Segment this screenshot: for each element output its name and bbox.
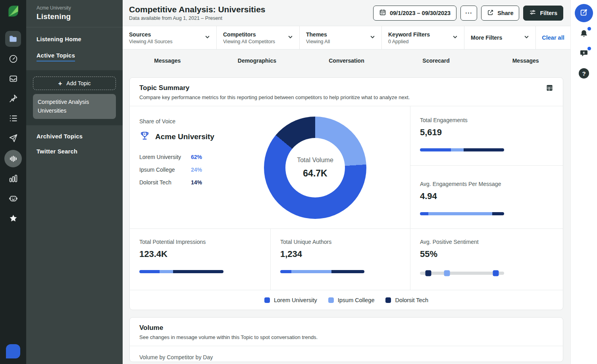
share-of-voice-list: Lorem University 62% Ipsum College 24% D… — [139, 154, 270, 186]
sidebar-item-listening-home[interactable]: Listening Home — [37, 36, 112, 42]
filters-button[interactable]: Filters — [523, 6, 563, 21]
publishing-send-icon[interactable] — [5, 130, 21, 146]
share-label: Share — [497, 10, 513, 16]
legend-swatch — [385, 297, 391, 303]
filter-keyword-filters-sublabel: 0 Applied — [388, 39, 430, 44]
notifications-bell-icon[interactable] — [578, 28, 590, 40]
volume-description: See changes in message volume within thi… — [139, 334, 553, 340]
metric-value: 4.94 — [420, 191, 553, 201]
sidebar-item-active-topics-wrap: Active Topics — [37, 52, 112, 61]
clear-all-link[interactable]: Clear all — [542, 34, 564, 41]
metric-value: 123.4K — [139, 249, 261, 259]
workspace-avatar[interactable] — [6, 344, 20, 358]
filter-competitors-text: Competitors Viewing All Competitors — [223, 31, 275, 44]
trophy-icon — [139, 130, 150, 143]
donut-center-value: 64.7K — [303, 168, 327, 179]
share-of-voice-leader-name: Acme University — [155, 132, 214, 141]
listening-sidebar: Acme University Listening Listening Home… — [26, 0, 123, 364]
chevron-down-icon — [453, 34, 458, 41]
share-of-voice-label: Share of Voice — [139, 118, 270, 125]
filter-sources[interactable]: Sources Viewing All Sources — [123, 26, 217, 49]
filter-competitors-sublabel: Viewing All Competitors — [223, 39, 275, 44]
add-topic-button[interactable]: + Add Topic — [33, 77, 116, 90]
legend-label: Lorem University — [274, 297, 317, 303]
listening-waveform-icon[interactable] — [4, 150, 22, 167]
sidebar-item-archived-topics[interactable]: Archived Topics — [37, 133, 112, 140]
filter-themes-sublabel: Viewing All — [306, 39, 330, 44]
topic-summary-card: Topic Summary Compare key performance me… — [129, 77, 563, 310]
scroll-content[interactable]: Topic Summary Compare key performance me… — [123, 71, 570, 364]
legend-item: Dolorsit Tech — [385, 297, 428, 303]
inbox-icon[interactable] — [5, 71, 21, 86]
compose-button[interactable] — [575, 4, 593, 22]
help-question-glyph: ? — [579, 68, 589, 79]
plus-icon: + — [58, 80, 62, 87]
metric-label: Avg. Engagements Per Message — [420, 181, 553, 187]
sidebar-nav: Listening Home Active Topics — [26, 27, 123, 70]
filter-sources-sublabel: Viewing All Sources — [129, 39, 173, 44]
notification-badge-dot — [587, 47, 591, 50]
sidebar-item-twitter-search[interactable]: Twitter Search — [37, 148, 112, 155]
tab-scorecard[interactable]: Scorecard — [391, 57, 481, 64]
metric-total-engagements: Total Engagements 5,619 — [410, 106, 563, 166]
share-icon — [487, 9, 494, 17]
metric-total-potential-impressions: Total Potential Impressions 123.4K — [130, 228, 270, 290]
filters-label: Filters — [540, 10, 557, 16]
utility-rail: ? — [570, 0, 597, 364]
list-icon[interactable] — [5, 110, 21, 126]
sidebar-item-active-topics[interactable]: Active Topics — [37, 52, 75, 61]
topic-item-competitive-analysis[interactable]: Competitive Analysis Universities — [33, 94, 116, 119]
sidebar-header: Acme University Listening — [26, 0, 123, 27]
volume-title: Volume — [139, 324, 553, 332]
filter-competitors[interactable]: Competitors Viewing All Competitors — [217, 26, 300, 49]
dashboard-gauge-icon[interactable] — [5, 51, 21, 67]
tab-messages-1[interactable]: Messages — [123, 57, 212, 64]
report-tabs: Messages Demographics Conversation Score… — [123, 50, 570, 71]
sprout-logo[interactable] — [6, 4, 21, 19]
date-range-button[interactable]: 09/1/2023 – 09/30/2023 — [373, 6, 456, 21]
share-of-voice: Share of Voice Acme University Lorem Uni… — [130, 106, 270, 228]
share-button[interactable]: Share — [481, 6, 519, 21]
competitor-name: Dolorsit Tech — [139, 179, 191, 186]
total-volume-donut-cell: Total Volume 64.7K — [270, 106, 410, 228]
legend-label: Ipsum College — [338, 297, 375, 303]
chevron-down-icon — [524, 34, 529, 41]
more-actions-button[interactable]: ··· — [460, 6, 477, 21]
notification-badge-dot — [587, 27, 591, 31]
filter-sources-text: Sources Viewing All Sources — [129, 31, 173, 44]
announcements-icon[interactable] — [578, 48, 590, 59]
pin-icon[interactable] — [5, 90, 21, 106]
favorites-star-icon[interactable] — [5, 210, 21, 226]
chevron-down-icon — [370, 34, 375, 41]
volume-card: Volume See changes in message volume wit… — [129, 317, 563, 362]
filter-more-filters[interactable]: More Filters — [464, 26, 536, 49]
tab-messages-2[interactable]: Messages — [481, 57, 570, 64]
projects-folder-icon[interactable] — [5, 31, 21, 47]
chevron-down-icon — [205, 34, 210, 41]
tab-conversation[interactable]: Conversation — [302, 57, 391, 64]
metric-bar — [420, 148, 504, 151]
filter-sources-label: Sources — [129, 31, 173, 38]
table-view-icon[interactable] — [546, 84, 553, 93]
date-range-label: 09/1/2023 – 09/30/2023 — [390, 10, 451, 16]
filter-themes[interactable]: Themes Viewing All — [300, 26, 382, 49]
metric-label: Avg. Positive Sentiment — [420, 239, 553, 245]
donut-center-label: Total Volume — [297, 157, 333, 164]
topic-summary-header-text: Topic Summary Compare key performance me… — [139, 84, 410, 100]
metric-label: Total Potential Impressions — [139, 239, 261, 245]
metric-avg-positive-sentiment: Avg. Positive Sentiment 55% — [410, 228, 563, 290]
bot-icon[interactable] — [5, 190, 21, 206]
sidebar-secondary-nav: Archived Topics Twitter Search — [26, 125, 123, 163]
add-topic-label: Add Topic — [66, 80, 91, 86]
share-of-voice-row: Lorem University 62% — [139, 154, 270, 160]
metric-value: 1,234 — [280, 249, 401, 259]
page-header-titles: Competitive Analysis: Universities Data … — [129, 5, 266, 21]
reports-bars-icon[interactable] — [5, 171, 21, 186]
tab-demographics[interactable]: Demographics — [212, 57, 302, 64]
help-icon[interactable]: ? — [578, 67, 590, 79]
filter-keyword-filters[interactable]: Keyword Filters 0 Applied — [382, 26, 464, 49]
volume-header: Volume See changes in message volume wit… — [130, 318, 563, 346]
competitor-name: Lorem University — [139, 154, 191, 160]
total-volume-donut-chart[interactable]: Total Volume 64.7K — [264, 117, 366, 219]
topic-summary-description: Compare key performance metrics for this… — [139, 94, 410, 100]
